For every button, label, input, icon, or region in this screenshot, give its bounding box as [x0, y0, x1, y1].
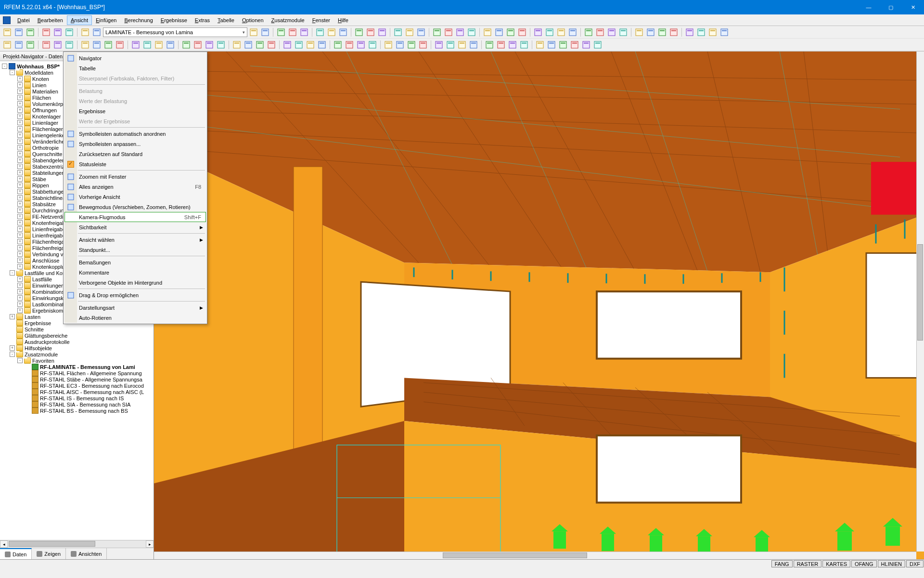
tree-item[interactable]: RF-LAMINATE - Bemessung von Lami — [0, 364, 154, 370]
menu-hilfe[interactable]: Hilfe — [334, 15, 352, 25]
toolbar-button[interactable] — [80, 39, 90, 50]
toolbar-button[interactable] — [356, 39, 366, 50]
toolbar-button[interactable] — [719, 27, 730, 38]
expand-icon[interactable]: + — [17, 226, 23, 232]
toolbar-button[interactable] — [25, 39, 36, 50]
toolbar-button[interactable] — [13, 39, 24, 50]
toolbar-button[interactable] — [418, 39, 428, 50]
toolbar-button[interactable] — [546, 39, 557, 50]
toolbar-button[interactable] — [231, 39, 242, 50]
menu-item[interactable]: Drag & Drop ermöglichen — [64, 290, 206, 300]
expand-icon[interactable]: + — [17, 114, 23, 119]
status-fang[interactable]: FANG — [771, 560, 793, 567]
vscroll-thumb[interactable] — [917, 244, 923, 341]
expand-icon[interactable]: + — [17, 145, 23, 150]
toolbar-button[interactable] — [317, 39, 327, 50]
expand-icon[interactable]: + — [10, 345, 15, 351]
viewport-3d[interactable] — [154, 52, 924, 559]
menu-ansicht[interactable]: Ansicht — [67, 15, 92, 25]
status-raster[interactable]: RASTER — [794, 560, 822, 567]
tree-item[interactable]: Schnitte — [0, 326, 154, 332]
toolbar-button[interactable] — [52, 27, 63, 38]
menu-item[interactable]: Ansicht wählen▶ — [64, 235, 206, 245]
expand-icon[interactable]: + — [17, 170, 23, 175]
tree-item[interactable]: RF-STAHL EC3 - Bemessung nach Eurocod — [0, 382, 154, 389]
toolbar-button[interactable] — [443, 27, 454, 38]
menu-zusatzmodule[interactable]: Zusatzmodule — [268, 15, 308, 25]
menu-item[interactable]: Navigator — [64, 53, 206, 63]
menu-item[interactable]: Zurücksetzen auf Standard — [64, 149, 206, 159]
toolbar-button[interactable] — [165, 39, 176, 50]
expand-icon[interactable]: + — [17, 283, 23, 288]
toolbar-button[interactable] — [64, 27, 75, 38]
menu-item[interactable]: Symbolleisten anpassen... — [64, 139, 206, 149]
expand-icon[interactable]: + — [17, 132, 23, 138]
collapse-icon[interactable]: - — [10, 270, 15, 276]
expand-icon[interactable]: + — [17, 220, 23, 225]
menu-datei[interactable]: Datei — [13, 15, 34, 25]
menu-item[interactable]: Kamera-FlugmodusShift+F — [64, 212, 206, 222]
toolbar-button[interactable] — [255, 39, 265, 50]
toolbar-button[interactable] — [41, 39, 51, 50]
tree-item[interactable]: RF-STAHL BS - Bemessung nach BS — [0, 407, 154, 414]
expand-icon[interactable]: + — [17, 308, 23, 313]
toolbar-button[interactable] — [305, 39, 316, 50]
toolbar-button[interactable] — [266, 39, 277, 50]
menu-item[interactable]: Standpunkt... — [64, 245, 206, 255]
toolbar-button[interactable] — [13, 27, 24, 38]
tree-item[interactable]: RF-STAHL IS - Bemessung nach IS — [0, 395, 154, 401]
toolbar-button[interactable] — [517, 27, 527, 38]
toolbar-button[interactable] — [507, 39, 518, 50]
navigator-hscroll[interactable]: ◂ ▸ — [0, 540, 154, 548]
expand-icon[interactable]: + — [17, 208, 23, 213]
toolbar-button[interactable] — [393, 27, 403, 38]
toolbar-button[interactable] — [276, 27, 286, 38]
collapse-icon[interactable]: - — [10, 70, 15, 75]
menu-bearbeiten[interactable]: Bearbeiten — [34, 15, 67, 25]
expand-icon[interactable]: + — [17, 289, 23, 294]
toolbar-button[interactable] — [294, 39, 304, 50]
toolbar-button[interactable] — [243, 39, 254, 50]
toolbar-button[interactable] — [287, 27, 298, 38]
toolbar-button[interactable] — [505, 27, 516, 38]
collapse-icon[interactable]: - — [2, 64, 7, 69]
toolbar-button[interactable] — [457, 39, 467, 50]
expand-icon[interactable]: + — [17, 295, 23, 301]
toolbar-button[interactable] — [535, 39, 545, 50]
toolbar-button[interactable] — [434, 39, 444, 50]
toolbar-button[interactable] — [192, 39, 203, 50]
toolbar-button[interactable] — [455, 27, 465, 38]
tree-item[interactable]: -Favoriten — [0, 357, 154, 364]
tree-item[interactable]: RF-STAHL Stäbe - Allgemeine Spannungsa — [0, 376, 154, 382]
toolbar-button[interactable] — [115, 39, 125, 50]
expand-icon[interactable]: + — [17, 95, 23, 100]
expand-icon[interactable]: + — [17, 302, 23, 307]
toolbar-button[interactable] — [64, 39, 75, 50]
toolbar-button[interactable] — [592, 39, 603, 50]
toolbar-button[interactable] — [466, 27, 477, 38]
toolbar-button[interactable] — [181, 39, 192, 50]
expand-icon[interactable]: + — [17, 201, 23, 207]
expand-icon[interactable]: + — [17, 189, 23, 194]
expand-icon[interactable]: + — [17, 76, 23, 81]
menu-item[interactable]: Darstellungsart▶ — [64, 302, 206, 313]
toolbar-button[interactable] — [204, 39, 215, 50]
expand-icon[interactable]: + — [17, 89, 23, 94]
toolbar-button[interactable] — [326, 27, 337, 38]
toolbar-button[interactable] — [581, 39, 591, 50]
menu-item[interactable]: Bemaßungen — [64, 257, 206, 267]
toolbar-button[interactable] — [41, 27, 51, 38]
toolbar-button[interactable] — [696, 27, 706, 38]
toolbar-button[interactable] — [260, 27, 270, 38]
toolbar-button[interactable] — [377, 27, 387, 38]
toolbar-button[interactable] — [416, 27, 426, 38]
toolbar-button[interactable] — [406, 39, 417, 50]
toolbar-button[interactable] — [103, 39, 114, 50]
expand-icon[interactable]: + — [17, 264, 23, 269]
tree-item[interactable]: RF-STAHL SIA - Bemessung nach SIA — [0, 401, 154, 407]
toolbar-button[interactable] — [496, 39, 506, 50]
toolbar-button[interactable] — [482, 27, 493, 38]
tree-item[interactable]: -Zusatzmodule — [0, 351, 154, 357]
toolbar-button[interactable] — [142, 39, 153, 50]
toolbar-button[interactable] — [634, 27, 644, 38]
